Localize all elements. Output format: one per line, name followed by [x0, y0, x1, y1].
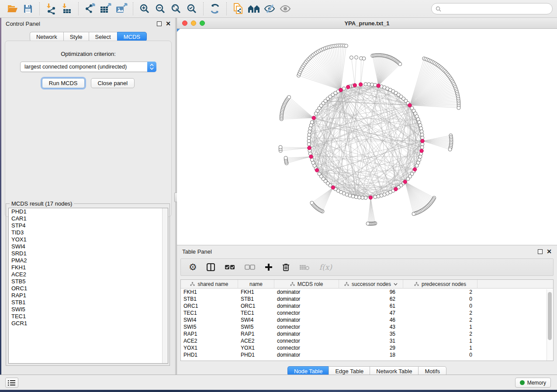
open-session-button[interactable] [4, 2, 20, 16]
mcds-result-item[interactable]: SRD1 [9, 250, 168, 257]
cell-shared_name[interactable]: RAP1 [181, 330, 238, 337]
cell-mcds_role[interactable]: dominator [274, 289, 339, 296]
mcds-result-item[interactable]: STB1 [9, 299, 168, 306]
add-column-icon[interactable] [265, 263, 273, 271]
column-header-name[interactable]: name [238, 280, 274, 289]
cell-name[interactable]: STB1 [238, 296, 274, 303]
table-row[interactable]: PHD1PHD1dominator180 [181, 351, 553, 358]
delete-columns-icon[interactable] [282, 263, 290, 272]
mcds-result-list[interactable]: PHD1CAR1STP4TID3YOX1SWI4SRD1PMA2FKH1ACE2… [8, 208, 168, 364]
cell-predecessor_nodes[interactable]: 1 [403, 337, 477, 344]
export-network-button[interactable] [82, 2, 98, 16]
close-table-panel-icon[interactable]: ✕ [547, 249, 552, 254]
mcds-result-item[interactable]: ACE2 [9, 271, 168, 278]
cell-mcds_role[interactable]: dominator [274, 351, 339, 358]
close-panel-button[interactable]: Close panel [91, 78, 135, 88]
mcds-result-item[interactable]: YOX1 [9, 236, 168, 243]
cell-successor_nodes[interactable]: 29 [339, 344, 403, 351]
cell-shared_name[interactable]: YOX1 [181, 344, 238, 351]
mcds-result-item[interactable]: RAP1 [9, 292, 168, 299]
table-row[interactable]: RAP1RAP1dominator352 [181, 330, 553, 337]
cell-successor_nodes[interactable]: 62 [339, 296, 403, 303]
cell-predecessor_nodes[interactable]: 1 [403, 323, 477, 330]
cell-name[interactable]: PHD1 [238, 351, 274, 358]
cell-mcds_role[interactable]: connector [274, 337, 339, 344]
table-row[interactable]: ACE2ACE2connector311 [181, 337, 553, 344]
mcds-result-item[interactable]: ORC1 [9, 285, 168, 292]
import-table-button[interactable] [59, 2, 75, 16]
column-header-predecessor-nodes[interactable]: predecessor nodes [403, 280, 477, 289]
mcds-result-item[interactable]: PHD1 [9, 208, 168, 215]
mcds-result-item[interactable]: TID3 [9, 229, 168, 236]
close-panel-icon[interactable]: ✕ [166, 21, 171, 26]
mcds-result-item[interactable]: GCR1 [9, 320, 168, 327]
result-list-scrollbar[interactable] [162, 208, 168, 363]
cell-predecessor_nodes[interactable]: 2 [403, 309, 477, 316]
cell-mcds_role[interactable]: dominator [274, 303, 339, 309]
cell-predecessor_nodes[interactable]: 2 [403, 316, 477, 323]
cell-successor_nodes[interactable]: 47 [339, 309, 403, 316]
table-row[interactable]: TEC1TEC1connector472 [181, 309, 553, 316]
cell-name[interactable]: SWI5 [238, 323, 274, 330]
table-scrollbar[interactable] [547, 289, 553, 361]
mcds-result-item[interactable]: STB5 [9, 278, 168, 285]
split-panel-icon[interactable] [207, 263, 215, 271]
column-header-shared-name[interactable]: shared name [181, 280, 238, 289]
cell-mcds_role[interactable]: dominator [274, 316, 339, 323]
cell-name[interactable]: YOX1 [238, 344, 274, 351]
cell-mcds_role[interactable]: connector [274, 344, 339, 351]
export-table-button[interactable] [98, 2, 114, 16]
cell-predecessor_nodes[interactable]: 1 [403, 344, 477, 351]
column-header-MCDS-role[interactable]: MCDS role [274, 280, 339, 289]
search-input[interactable] [444, 6, 548, 12]
mcds-result-item[interactable]: PMA2 [9, 257, 168, 264]
cell-name[interactable]: ACE2 [238, 337, 274, 344]
table-row[interactable]: SWI4SWI4dominator462 [181, 316, 553, 323]
cell-shared_name[interactable]: SWI5 [181, 323, 238, 330]
tab-style[interactable]: Style [63, 32, 89, 41]
mcds-result-item[interactable]: SWI5 [9, 306, 168, 313]
task-history-button[interactable] [5, 378, 18, 388]
cell-shared_name[interactable]: SWI4 [181, 316, 238, 323]
select-all-columns-icon[interactable] [225, 265, 235, 270]
cell-mcds_role[interactable]: dominator [274, 330, 339, 337]
zoom-selected-button[interactable] [184, 2, 200, 16]
cell-shared_name[interactable]: TEC1 [181, 309, 238, 316]
table-row[interactable]: ORC1ORC1dominator610 [181, 303, 553, 309]
cell-name[interactable]: FKH1 [238, 289, 274, 296]
network-graph-svg[interactable] [177, 29, 557, 245]
optimization-criterion-select[interactable]: largest connected component (undirected) [20, 62, 156, 72]
cell-shared_name[interactable]: ORC1 [181, 303, 238, 309]
cell-predecessor_nodes[interactable]: 2 [403, 330, 477, 337]
tab-network[interactable]: Network [30, 32, 63, 41]
cell-successor_nodes[interactable]: 31 [339, 337, 403, 344]
cell-shared_name[interactable]: FKH1 [181, 289, 238, 296]
mcds-result-item[interactable]: FKH1 [9, 264, 168, 271]
import-network-button[interactable] [43, 2, 59, 16]
cell-mcds_role[interactable]: connector [274, 323, 339, 330]
cell-shared_name[interactable]: STB1 [181, 296, 238, 303]
network-titlebar[interactable]: YPA_prune.txt_1 [177, 18, 557, 29]
cell-successor_nodes[interactable]: 43 [339, 323, 403, 330]
table-row[interactable]: FKH1FKH1dominator962 [181, 289, 553, 296]
cell-predecessor_nodes[interactable]: 0 [403, 351, 477, 358]
tab-select[interactable]: Select [89, 32, 117, 41]
cell-mcds_role[interactable]: dominator [274, 296, 339, 303]
table-settings-gear-icon[interactable]: ⚙ [189, 262, 197, 272]
memory-button[interactable]: Memory [515, 378, 551, 388]
float-table-panel-icon[interactable] [538, 249, 543, 254]
table-row[interactable]: STB1STB1dominator620 [181, 296, 553, 303]
save-session-button[interactable] [20, 2, 36, 16]
cell-successor_nodes[interactable]: 46 [339, 316, 403, 323]
hide-selected-button[interactable] [262, 2, 277, 16]
table-row[interactable]: YOX1YOX1connector291 [181, 344, 553, 351]
mcds-result-item[interactable]: STP4 [9, 222, 168, 229]
cell-name[interactable]: ORC1 [238, 303, 274, 309]
column-header-successor-nodes[interactable]: successor nodes [339, 280, 403, 289]
cell-predecessor_nodes[interactable]: 0 [403, 303, 477, 309]
float-panel-icon[interactable] [157, 21, 162, 26]
table-row[interactable]: SWI5SWI5connector431 [181, 323, 553, 330]
table-scrollbar-thumb[interactable] [548, 292, 552, 340]
mcds-result-item[interactable]: CAR1 [9, 215, 168, 222]
cell-successor_nodes[interactable]: 61 [339, 303, 403, 309]
